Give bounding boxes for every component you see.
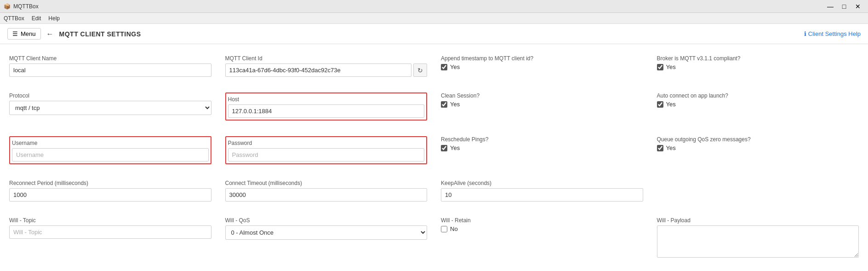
label-will-qos: Will - QoS: [225, 217, 428, 224]
input-connect-timeout[interactable]: [225, 188, 428, 202]
col-will-payload: Will - Payload: [657, 217, 859, 266]
col-broker-compliant: Broker is MQTT v3.1.1 compliant? Yes: [657, 55, 859, 84]
field-auto-connect: Auto connect on app launch? Yes: [657, 92, 859, 108]
col-client-id: MQTT Client Id ↻: [225, 55, 441, 84]
input-password[interactable]: [228, 148, 425, 161]
col-keepalive: KeepAlive (seconds): [441, 180, 657, 209]
menu-edit[interactable]: Edit: [32, 15, 41, 22]
input-mqtt-client-name[interactable]: [9, 63, 211, 77]
label-append-timestamp: Append timestamp to MQTT client id?: [441, 55, 643, 62]
app-icon: 📦: [4, 3, 11, 10]
help-link[interactable]: ℹ Client Settings Help: [804, 30, 861, 37]
label-username: Username: [12, 140, 209, 146]
field-will-qos: Will - QoS 0 - Almost Once 1 - At Least …: [225, 217, 428, 240]
hamburger-icon: ☰: [12, 30, 18, 37]
field-clean-session: Clean Session? Yes: [441, 92, 643, 108]
field-username: Username: [9, 136, 211, 164]
checkbox-queue-outgoing[interactable]: [657, 145, 663, 151]
field-protocol: Protocol mqtt / tcp mqtt / ssl ws wss: [9, 92, 211, 115]
label-clean-session: Clean Session?: [441, 92, 643, 99]
reschedule-pings-checkbox-group: Yes: [441, 144, 643, 151]
append-timestamp-checkbox-group: Yes: [441, 63, 643, 70]
input-keepalive[interactable]: [441, 188, 643, 202]
input-username[interactable]: [12, 148, 209, 161]
input-reconnect-period[interactable]: [9, 188, 211, 202]
close-button[interactable]: ✕: [851, 2, 864, 11]
input-host[interactable]: [228, 104, 425, 118]
col-empty-4: [657, 180, 859, 209]
checkbox-append-timestamp[interactable]: [441, 64, 447, 70]
auto-connect-checkbox-group: Yes: [657, 101, 859, 108]
label-mqtt-client-id: MQTT Client Id: [225, 55, 428, 62]
menu-help[interactable]: Help: [48, 15, 60, 22]
label-host: Host: [228, 96, 425, 103]
input-mqtt-client-id[interactable]: [225, 63, 412, 77]
col-reschedule-pings: Reschedule Pings? Yes: [441, 136, 657, 172]
checkbox-will-retain[interactable]: [441, 226, 447, 232]
label-mqtt-client-name: MQTT Client Name: [9, 55, 211, 62]
label-broker-compliant: Broker is MQTT v3.1.1 compliant?: [657, 55, 859, 62]
broker-compliant-checkbox-group: Yes: [657, 63, 859, 70]
col-clean-session: Clean Session? Yes: [441, 92, 657, 128]
field-broker-compliant: Broker is MQTT v3.1.1 compliant? Yes: [657, 55, 859, 70]
label-keepalive: KeepAlive (seconds): [441, 180, 643, 186]
field-reconnect-period: Reconnect Period (milliseconds): [9, 180, 211, 202]
row-4: Reconnect Period (milliseconds) Connect …: [9, 180, 859, 209]
label-broker-compliant-yes: Yes: [666, 63, 676, 70]
row-3: Username Password Reschedule Pings? Yes …: [9, 136, 859, 172]
select-protocol[interactable]: mqtt / tcp mqtt / ssl ws wss: [9, 101, 211, 115]
refresh-client-id-button[interactable]: ↻: [413, 63, 427, 77]
content: MQTT Client Name MQTT Client Id ↻ Append…: [0, 44, 868, 271]
field-reschedule-pings: Reschedule Pings? Yes: [441, 136, 643, 151]
col-client-name: MQTT Client Name: [9, 55, 225, 84]
label-auto-connect-yes: Yes: [666, 101, 676, 108]
col-append-timestamp: Append timestamp to MQTT client id? Yes: [441, 55, 657, 84]
input-will-topic[interactable]: [9, 225, 211, 239]
textarea-will-payload[interactable]: [657, 225, 859, 258]
menu-qttbox[interactable]: QTTBox: [4, 15, 24, 22]
will-retain-checkbox-group: No: [441, 225, 643, 232]
toolbar: ☰ Menu ← MQTT CLIENT SETTINGS ℹ Client S…: [0, 24, 868, 44]
client-id-input-group: ↻: [225, 63, 428, 77]
label-will-retain: Will - Retain: [441, 217, 643, 224]
label-reschedule-pings-yes: Yes: [450, 144, 460, 151]
queue-outgoing-checkbox-group: Yes: [657, 144, 859, 151]
checkbox-reschedule-pings[interactable]: [441, 145, 447, 151]
col-protocol: Protocol mqtt / tcp mqtt / ssl ws wss: [9, 92, 225, 128]
checkbox-auto-connect[interactable]: [657, 101, 663, 108]
checkbox-broker-compliant[interactable]: [657, 64, 663, 70]
field-will-topic: Will - Topic: [9, 217, 211, 239]
title-bar: 📦 MQTTBox — □ ✕: [0, 0, 868, 13]
label-append-timestamp-yes: Yes: [450, 63, 460, 70]
label-will-payload: Will - Payload: [657, 217, 859, 224]
row-2: Protocol mqtt / tcp mqtt / ssl ws wss Ho…: [9, 92, 859, 128]
menu-label: Menu: [21, 30, 36, 37]
col-will-topic: Will - Topic: [9, 217, 225, 266]
field-password: Password: [225, 136, 428, 164]
label-auto-connect: Auto connect on app launch?: [657, 92, 859, 99]
field-mqtt-client-id: MQTT Client Id ↻: [225, 55, 428, 77]
clean-session-checkbox-group: Yes: [441, 101, 643, 108]
col-host: Host: [225, 92, 441, 128]
field-mqtt-client-name: MQTT Client Name: [9, 55, 211, 77]
row-1: MQTT Client Name MQTT Client Id ↻ Append…: [9, 55, 859, 84]
field-queue-outgoing: Queue outgoing QoS zero messages? Yes: [657, 136, 859, 151]
field-append-timestamp: Append timestamp to MQTT client id? Yes: [441, 55, 643, 70]
col-will-qos: Will - QoS 0 - Almost Once 1 - At Least …: [225, 217, 441, 266]
select-will-qos[interactable]: 0 - Almost Once 1 - At Least Once 2 - Ex…: [225, 225, 428, 240]
help-link-label: Client Settings Help: [808, 30, 861, 37]
app-title: MQTTBox: [13, 3, 39, 10]
minimize-button[interactable]: —: [824, 2, 837, 11]
row-5: Will - Topic Will - QoS 0 - Almost Once …: [9, 217, 859, 266]
label-will-topic: Will - Topic: [9, 217, 211, 224]
menu-bar: QTTBox Edit Help: [0, 13, 868, 24]
back-button[interactable]: ←: [46, 30, 54, 38]
restore-button[interactable]: □: [838, 2, 851, 11]
info-icon: ℹ: [804, 30, 806, 37]
menu-button[interactable]: ☰ Menu: [7, 28, 41, 40]
checkbox-clean-session[interactable]: [441, 101, 447, 108]
field-host: Host: [225, 92, 428, 121]
label-reschedule-pings: Reschedule Pings?: [441, 136, 643, 143]
col-will-retain: Will - Retain No: [441, 217, 657, 266]
field-keepalive: KeepAlive (seconds): [441, 180, 643, 202]
